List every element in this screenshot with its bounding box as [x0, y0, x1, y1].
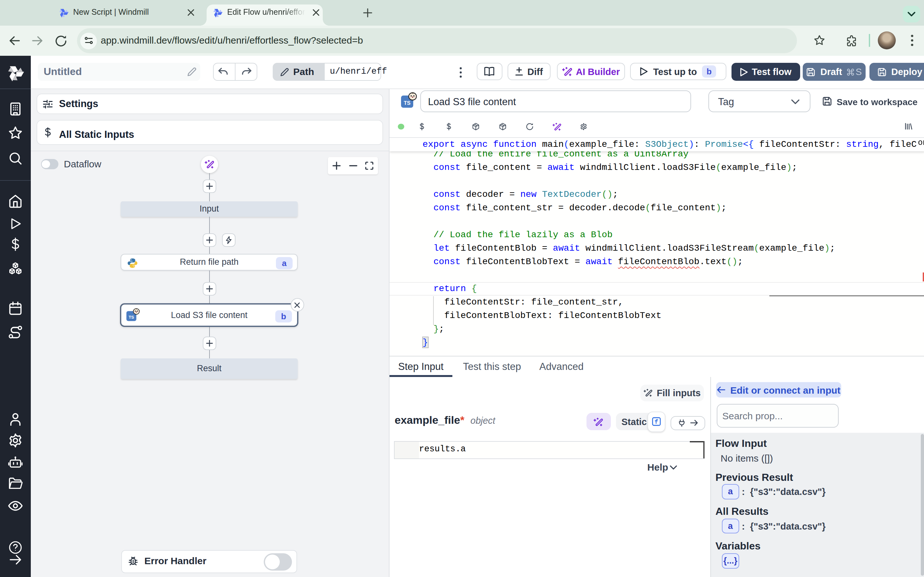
- svg-text:TS: TS: [129, 314, 134, 319]
